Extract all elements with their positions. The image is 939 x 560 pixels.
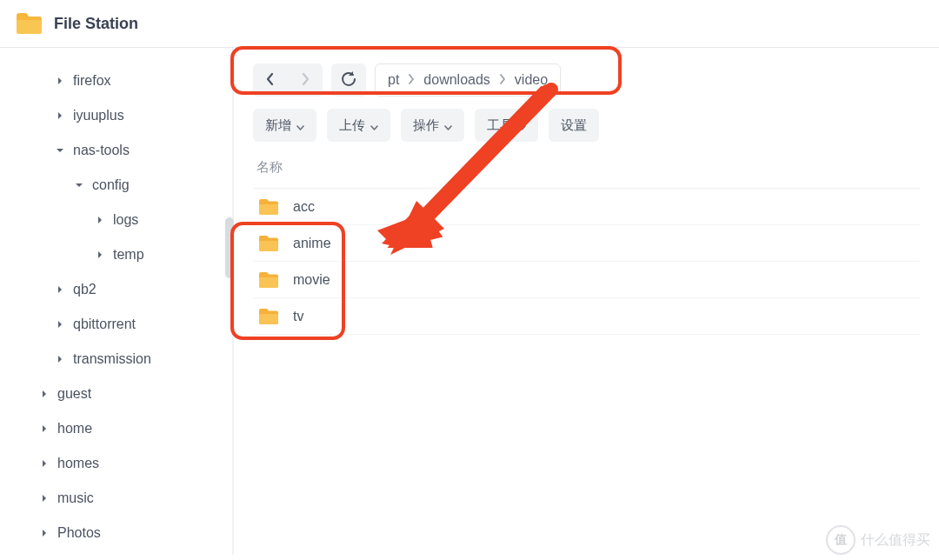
caret-down-icon bbox=[444, 118, 452, 133]
chevron-right-icon[interactable] bbox=[54, 318, 66, 330]
nav-toolbar: ptdownloadsvideo bbox=[253, 63, 920, 97]
tree-item-label: iyuuplus bbox=[73, 108, 124, 123]
toolbar-button-设置[interactable]: 设置 bbox=[549, 109, 599, 142]
tree-item-homes[interactable]: homes bbox=[7, 446, 225, 481]
tree-item-label: qb2 bbox=[73, 282, 97, 297]
breadcrumb-segment[interactable]: downloads bbox=[423, 72, 490, 88]
tree-item-photos[interactable]: Photos bbox=[7, 516, 225, 550]
file-row[interactable]: anime bbox=[253, 225, 920, 262]
file-row[interactable]: movie bbox=[253, 262, 920, 298]
tree-item-label: temp bbox=[113, 247, 144, 263]
chevron-right-icon[interactable] bbox=[54, 283, 66, 296]
tree-item-nas-tools[interactable]: nas-tools bbox=[7, 133, 225, 168]
tree-item-label: guest bbox=[57, 386, 91, 402]
app-folder-icon bbox=[16, 12, 42, 35]
chevron-right-icon[interactable] bbox=[38, 388, 50, 400]
file-name: anime bbox=[293, 236, 331, 251]
history-nav-group bbox=[253, 63, 323, 97]
toolbar-button-操作[interactable]: 操作 bbox=[401, 109, 464, 142]
chevron-right-icon bbox=[494, 72, 511, 88]
chevron-right-icon[interactable] bbox=[38, 492, 50, 504]
button-label: 上传 bbox=[339, 117, 365, 134]
chevron-right-icon[interactable] bbox=[54, 353, 66, 365]
app-title: File Station bbox=[54, 15, 138, 33]
chevron-right-icon[interactable] bbox=[38, 457, 50, 470]
breadcrumb-segment[interactable]: video bbox=[515, 72, 548, 88]
folder-tree-sidebar: firefoxiyuuplusnas-toolsconfiglogstempqb… bbox=[0, 48, 233, 555]
tree-item-label: logs bbox=[113, 212, 138, 228]
tree-item-label: music bbox=[57, 490, 94, 506]
chevron-left-icon bbox=[266, 72, 275, 89]
toolbar-button-上传[interactable]: 上传 bbox=[327, 109, 390, 142]
chevron-right-icon[interactable] bbox=[38, 423, 50, 435]
tree-item-label: homes bbox=[57, 456, 99, 471]
app-header: File Station bbox=[0, 0, 939, 48]
action-toolbar: 新增上传操作工具设置 bbox=[253, 109, 920, 142]
tree-item-home[interactable]: home bbox=[7, 411, 225, 446]
refresh-icon bbox=[341, 71, 356, 90]
folder-icon bbox=[256, 198, 281, 216]
toolbar-button-工具[interactable]: 工具 bbox=[475, 109, 538, 142]
file-row[interactable]: tv bbox=[253, 298, 920, 335]
chevron-right-icon[interactable] bbox=[94, 249, 106, 261]
button-label: 操作 bbox=[413, 117, 439, 134]
breadcrumb[interactable]: ptdownloadsvideo bbox=[375, 63, 561, 97]
folder-icon bbox=[256, 308, 281, 325]
button-label: 新增 bbox=[265, 117, 291, 134]
caret-down-icon bbox=[296, 118, 304, 133]
chevron-right-icon[interactable] bbox=[54, 75, 66, 87]
chevron-down-icon[interactable] bbox=[73, 179, 85, 191]
button-label: 设置 bbox=[561, 117, 587, 134]
chevron-right-icon bbox=[301, 72, 310, 89]
folder-icon bbox=[256, 235, 281, 252]
breadcrumb-segment[interactable]: pt bbox=[388, 72, 399, 88]
content-pane: ptdownloadsvideo 新增上传操作工具设置 名称 accanimem… bbox=[233, 48, 939, 555]
tree-item-temp[interactable]: temp bbox=[7, 237, 225, 272]
toolbar-button-新增[interactable]: 新增 bbox=[253, 109, 316, 142]
scrollbar-thumb[interactable] bbox=[225, 217, 234, 278]
file-name: tv bbox=[293, 309, 303, 324]
tree-item-label: Photos bbox=[57, 525, 101, 541]
tree-item-qb2[interactable]: qb2 bbox=[7, 272, 225, 307]
tree-item-label: home bbox=[57, 421, 92, 437]
file-name: acc bbox=[293, 199, 315, 215]
watermark-text: 什么值得买 bbox=[861, 531, 930, 550]
tree-item-label: nas-tools bbox=[73, 143, 130, 158]
back-button[interactable] bbox=[253, 63, 288, 97]
column-header-name[interactable]: 名称 bbox=[253, 154, 920, 189]
tree-item-guest[interactable]: guest bbox=[7, 377, 225, 411]
watermark: 值 什么值得买 bbox=[826, 525, 930, 555]
folder-icon bbox=[256, 271, 281, 289]
watermark-badge: 值 bbox=[826, 525, 856, 555]
tree-item-iyuuplus[interactable]: iyuuplus bbox=[7, 98, 225, 133]
tree-item-label: config bbox=[92, 177, 130, 193]
button-label: 工具 bbox=[487, 117, 513, 134]
file-row[interactable]: acc bbox=[253, 189, 920, 225]
tree-item-firefox[interactable]: firefox bbox=[7, 63, 225, 98]
tree-item-qbittorrent[interactable]: qbittorrent bbox=[7, 307, 225, 342]
chevron-right-icon bbox=[403, 72, 420, 88]
tree-item-logs[interactable]: logs bbox=[7, 203, 225, 237]
caret-down-icon bbox=[518, 118, 526, 133]
refresh-button[interactable] bbox=[331, 63, 366, 97]
chevron-right-icon[interactable] bbox=[94, 214, 106, 226]
tree-item-label: firefox bbox=[73, 73, 111, 89]
caret-down-icon bbox=[370, 118, 378, 133]
chevron-right-icon[interactable] bbox=[38, 527, 50, 539]
forward-button[interactable] bbox=[288, 63, 323, 97]
tree-item-transmission[interactable]: transmission bbox=[7, 342, 225, 377]
tree-item-config[interactable]: config bbox=[7, 168, 225, 203]
tree-item-music[interactable]: music bbox=[7, 481, 225, 516]
file-name: movie bbox=[293, 272, 330, 288]
file-list: accanimemovietv bbox=[253, 189, 920, 335]
chevron-down-icon[interactable] bbox=[54, 144, 66, 157]
tree-item-label: transmission bbox=[73, 351, 151, 367]
tree-item-label: qbittorrent bbox=[73, 317, 136, 332]
chevron-right-icon[interactable] bbox=[54, 110, 66, 122]
